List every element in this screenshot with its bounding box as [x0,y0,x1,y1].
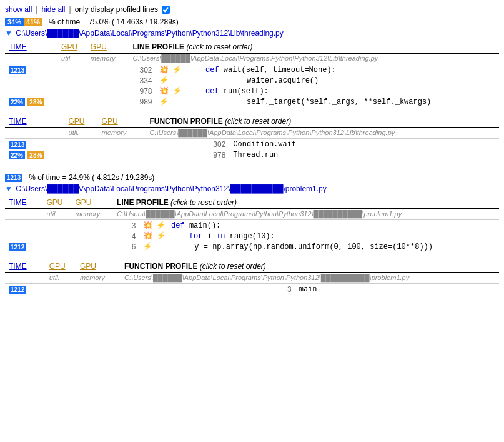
fgpu1-sort-2[interactable]: GPU [49,262,66,271]
th-lineprofile-2: LINE PROFILE (click to reset order) [113,197,499,209]
sub-util-1: util. [57,53,87,64]
fgpu2-sort-2[interactable]: GPU [80,262,96,271]
badge-cell [5,220,43,231]
fsub-path-1: C:\Users\██████\AppData\Local\Programs\P… [146,128,499,139]
fth-time-1: TIME [5,116,65,128]
table-row: 334 ⚡ waiter.acquire() [5,75,499,86]
bolt-icon: ⚡ [159,97,169,106]
time-sort-2[interactable]: TIME [9,198,27,207]
code-cell: 💥 ⚡ for i in range(10): [139,231,499,241]
sub-header-2: util. memory C:\Users\██████\AppData\Loc… [5,209,499,220]
fgpu1-sort-1[interactable]: GPU [69,117,85,126]
table-row: 1213 302 💥 ⚡ def wait(self, timeout=None… [5,64,499,76]
line-num-cell: 334 [129,75,156,86]
line-num-cell: 6 [113,241,139,252]
show-all-link[interactable]: show all [5,5,32,14]
th-gpu2-1: GPU [87,41,129,53]
table-row: 1213 302 Condition.wait [5,139,499,150]
badge-cell: 22% 28% [5,149,65,160]
gpu-util-cell [43,231,72,241]
gpu-mem-cell [98,149,146,160]
gpu-mem-cell [98,139,146,150]
pct-line-1: 34% 41% % of time = 75.0% ( 14.463s / 19… [5,18,499,26]
profiled-checkbox[interactable] [162,6,170,14]
gpu1-sort-1[interactable]: GPU [61,43,77,51]
file-link-1[interactable]: C:\Users\██████\AppData\Local\Programs\P… [16,29,284,38]
code-text: def wait(self, timeout=None): [187,66,336,74]
cross-icon: 💥 [159,86,169,95]
line-num-cell: 302 [146,139,229,150]
bolt-icon: ⚡ [172,65,182,74]
func-profile-label-2: FUNCTION PROFILE [124,262,197,271]
th-gpu2-2: GPU [72,197,114,209]
code-cell: 💥 ⚡ def run(self): [156,86,499,96]
time-sort-1[interactable]: TIME [9,43,27,51]
func-profile-header-2: TIME GPU GPU FUNCTION PROFILE (click to … [5,261,499,273]
ftime-sort-1[interactable]: TIME [9,117,27,126]
gpu2-sort-1[interactable]: GPU [91,43,107,51]
fsub-time-2 [5,273,46,284]
pct-text-1: % of time = 75.0% ( 14.463s / 19.289s) [49,18,179,26]
pct-line-2: 1213 % of time = 24.9% ( 4.812s / 19.289… [5,173,499,182]
fsub-header-1: util. memory C:\Users\██████\AppData\Loc… [5,128,499,139]
pct-badge-28: 28% [27,98,44,106]
line-profile-label-2: LINE PROFILE [117,198,169,207]
badge-cell: 22% 28% [5,96,57,107]
sub-header-1: util. memory C:\Users\██████\AppData\Loc… [5,53,499,64]
func-name: Thread.run [233,151,278,159]
line-profile-click-1[interactable]: (click to reset order) [186,43,252,51]
code-text: waiter.acquire() [175,76,319,85]
cross-icon: 💥 [143,221,152,229]
code-text: def main(): [171,221,220,230]
cross-icon: 💥 [143,231,152,240]
code-cell: main [295,284,499,295]
gpu-mem-cell [72,220,114,231]
fgpu2-sort-1[interactable]: GPU [102,117,118,126]
bolt-icon: ⚡ [143,242,152,251]
func-name-main: main [299,285,317,294]
func-profile-header-1: TIME GPU GPU FUNCTION PROFILE (click to … [5,116,499,128]
fsub-path-2: C:\Users\██████\AppData\Local\Programs\P… [121,273,499,284]
badge-cell [5,75,57,86]
section-2: 1213 % of time = 24.9% ( 4.812s / 19.289… [5,173,499,294]
code-text: self._target(*self._args, **self._kwargs… [175,98,431,106]
file-path-2[interactable]: ▼ C:\Users\██████\AppData\Local\Programs… [5,184,499,193]
gpu-mem-cell [76,284,121,295]
time-badge: 1213 [9,66,26,74]
badge-cell [5,86,57,96]
line-profile-header-1: TIME GPU GPU LINE PROFILE (click to rese… [5,41,499,53]
pct-badge-22b: 22% [9,151,25,159]
gpu2-sort-2[interactable]: GPU [76,198,92,207]
pct-badge-28b: 28% [27,151,44,159]
table-row: 1212 3 main [5,284,499,295]
line-profile-click-2[interactable]: (click to reset order) [170,198,237,207]
separator2: | [69,5,71,14]
hide-all-link[interactable]: hide all [41,5,65,14]
sub-time-1 [5,53,57,64]
gpu-util-cell [65,139,98,150]
bar-1213: 1213 [5,174,22,182]
th-lineprofile-1: LINE PROFILE (click to reset order) [129,41,499,53]
time-badge-f1212: 1212 [9,286,26,294]
line-profile-table-1: TIME GPU GPU LINE PROFILE (click to rese… [5,41,499,107]
func-profile-label-1: FUNCTION PROFILE [149,117,222,126]
time-badge-1212: 1212 [9,243,26,251]
gpu-util-cell [57,75,87,86]
triangle-icon-1: ▼ [5,29,12,38]
ftime-sort-2[interactable]: TIME [9,262,27,271]
badge-cell [5,231,43,241]
func-profile-click-1[interactable]: (click to reset order) [225,117,291,126]
code-text: for i in range(10): [171,232,275,241]
gpu1-sort-2[interactable]: GPU [47,198,63,207]
code-text: y = np.array(np.random.uniform(0, 100, s… [159,243,433,251]
pct-badge-22: 22% [9,98,25,106]
code-cell: 💥 ⚡ def wait(self, timeout=None): [156,64,499,76]
gpu-mem-cell [87,96,129,107]
time-badge: 1213 [9,141,26,149]
fth-time-2: TIME [5,261,46,273]
func-profile-click-2[interactable]: (click to reset order) [200,262,266,271]
gpu-mem-cell [87,75,129,86]
file-path-1[interactable]: ▼ C:\Users\██████\AppData\Local\Programs… [5,29,499,38]
bolt-icon: ⚡ [156,221,166,229]
file-link-2[interactable]: C:\Users\██████\AppData\Local\Programs\P… [16,184,327,193]
